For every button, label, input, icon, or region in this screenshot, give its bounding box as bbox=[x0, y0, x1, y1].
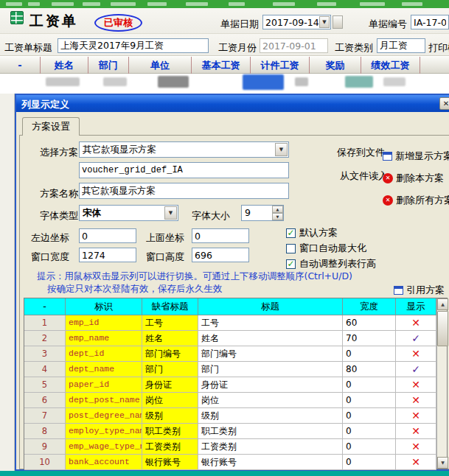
show-cross-icon[interactable]: ✕ bbox=[396, 424, 436, 439]
show-cross-icon[interactable]: ✕ bbox=[396, 315, 436, 331]
column-header[interactable]: 宽度 bbox=[343, 298, 396, 315]
table-cell[interactable]: 0 bbox=[343, 377, 396, 393]
table-cell[interactable]: 0 bbox=[343, 455, 396, 470]
table-row[interactable]: 1emp_id工号工号60✕ bbox=[24, 315, 436, 331]
delete-all-schemes-button[interactable]: ✕ 删除所有方案 bbox=[383, 194, 449, 207]
delete-scheme-button[interactable]: ✕ 删除本方案 bbox=[383, 172, 444, 185]
table-row[interactable]: 10bank_account银行账号银行账号0✕ bbox=[24, 455, 436, 470]
table-cell[interactable]: 岗位 bbox=[142, 393, 198, 408]
table-cell[interactable]: 10 bbox=[24, 455, 66, 470]
grid-header-cell[interactable]: 奖励 bbox=[310, 57, 361, 74]
table-row[interactable]: 5paper_id身份证身份证0✕ bbox=[24, 377, 436, 393]
grid-header-cell[interactable]: 基本工资 bbox=[192, 57, 251, 74]
table-row[interactable]: 9emp_wage_type_nam工资类别工资类别0✕ bbox=[24, 439, 436, 455]
table-cell[interactable]: 0 bbox=[343, 424, 396, 439]
table-cell[interactable]: 工资类别 bbox=[198, 439, 343, 455]
table-row[interactable]: 8employ_type_name职工类别职工类别0✕ bbox=[24, 424, 436, 439]
spinner-down-icon[interactable]: ▼ bbox=[272, 213, 283, 220]
dialog-titlebar[interactable]: 列显示定义 ✕ bbox=[16, 95, 449, 112]
table-cell[interactable]: 身份证 bbox=[142, 377, 198, 393]
table-cell[interactable]: 5 bbox=[24, 377, 66, 393]
window-height-input[interactable] bbox=[192, 248, 249, 262]
left-coord-input[interactable] bbox=[79, 228, 136, 243]
read-from-file-button[interactable]: 从文件读入 bbox=[340, 169, 388, 183]
table-row[interactable]: 4dept_name部门部门80✓ bbox=[24, 362, 436, 377]
table-cell[interactable]: 工号 bbox=[142, 315, 198, 331]
table-cell[interactable]: 6 bbox=[24, 393, 66, 408]
table-cell[interactable]: emp_id bbox=[66, 315, 142, 331]
grid-header-cell[interactable]: 姓名 bbox=[41, 57, 88, 74]
show-cross-icon[interactable]: ✕ bbox=[396, 408, 436, 424]
date-picker-button[interactable] bbox=[333, 15, 343, 29]
table-scrollbar[interactable]: ▲ ▼ bbox=[436, 298, 447, 469]
wage-type-input[interactable] bbox=[377, 38, 425, 53]
top-menu-bar[interactable] bbox=[0, 0, 449, 8]
table-row[interactable]: 2emp_name姓名姓名70✓ bbox=[24, 331, 436, 346]
table-cell[interactable]: 0 bbox=[343, 393, 396, 408]
sheet-title-input[interactable] bbox=[58, 38, 209, 53]
grid-header-cell[interactable]: 部门 bbox=[88, 57, 129, 74]
show-cross-icon[interactable]: ✕ bbox=[396, 455, 436, 470]
table-cell[interactable]: 2 bbox=[24, 331, 66, 346]
table-cell[interactable]: 工资类别 bbox=[142, 439, 198, 455]
top-coord-input[interactable] bbox=[192, 228, 249, 243]
table-cell[interactable]: 7 bbox=[24, 408, 66, 424]
column-header[interactable]: - bbox=[24, 298, 66, 315]
column-header[interactable]: 显示 bbox=[396, 298, 436, 315]
checkbox-auto-maximize[interactable]: 窗口自动最大化 bbox=[286, 242, 366, 255]
table-cell[interactable]: paper_id bbox=[66, 377, 142, 393]
table-cell[interactable]: 60 bbox=[343, 315, 396, 331]
table-cell[interactable]: 银行账号 bbox=[142, 455, 198, 470]
table-cell[interactable]: 职工类别 bbox=[198, 424, 343, 439]
grid-header-cell[interactable]: 计件工资 bbox=[251, 57, 310, 74]
table-row[interactable]: 3dept_id部门编号部门编号0✕ bbox=[24, 346, 436, 362]
show-cross-icon[interactable]: ✕ bbox=[396, 346, 436, 362]
table-cell[interactable]: 身份证 bbox=[198, 377, 343, 393]
scheme-id-input[interactable] bbox=[79, 162, 289, 178]
chevron-down-icon[interactable]: ▼ bbox=[164, 206, 177, 220]
show-cross-icon[interactable]: ✕ bbox=[396, 439, 436, 455]
table-row[interactable]: 7post_degree_name级别级别0✕ bbox=[24, 408, 436, 424]
table-cell[interactable]: 0 bbox=[343, 408, 396, 424]
checkbox-default-scheme[interactable]: ✓ 默认方案 bbox=[286, 226, 338, 239]
scrollbar-thumb[interactable] bbox=[437, 311, 448, 346]
table-cell[interactable]: 姓名 bbox=[142, 331, 198, 346]
table-cell[interactable]: post_degree_name bbox=[66, 408, 142, 424]
font-type-select[interactable]: 宋体 ▼ bbox=[79, 205, 178, 221]
show-cross-icon[interactable]: ✕ bbox=[396, 377, 436, 393]
save-to-file-button[interactable]: 保存到文件 bbox=[337, 146, 385, 159]
column-header[interactable]: 标题 bbox=[198, 298, 343, 315]
table-cell[interactable]: 部门编号 bbox=[198, 346, 343, 362]
table-cell[interactable]: 工号 bbox=[198, 315, 343, 331]
grid-header-cell[interactable]: 绩效工资 bbox=[361, 57, 420, 74]
table-cell[interactable]: 9 bbox=[24, 439, 66, 455]
table-cell[interactable]: employ_type_name bbox=[66, 424, 142, 439]
show-check-icon[interactable]: ✓ bbox=[396, 362, 436, 377]
table-cell[interactable]: 部门 bbox=[142, 362, 198, 377]
close-button[interactable]: ✕ bbox=[439, 97, 449, 110]
table-cell[interactable]: 0 bbox=[343, 346, 396, 362]
table-cell[interactable]: dept_name bbox=[66, 362, 142, 377]
checkbox-auto-row-height[interactable]: ✓ 自动调整列表行高 bbox=[286, 257, 376, 270]
scroll-up-icon[interactable]: ▲ bbox=[437, 298, 448, 310]
window-width-input[interactable] bbox=[79, 248, 136, 262]
grid-header-cell[interactable]: 单位 bbox=[129, 57, 192, 74]
font-size-spinner[interactable]: 9 ▲ ▼ bbox=[241, 205, 284, 221]
chevron-down-icon[interactable]: ▼ bbox=[319, 16, 330, 28]
table-cell[interactable]: 4 bbox=[24, 362, 66, 377]
table-cell[interactable]: dept_post_name bbox=[66, 393, 142, 408]
spinner-up-icon[interactable]: ▲ bbox=[272, 206, 283, 213]
table-row[interactable]: 6dept_post_name岗位岗位0✕ bbox=[24, 393, 436, 408]
table-cell[interactable]: 级别 bbox=[142, 408, 198, 424]
table-cell[interactable]: 0 bbox=[343, 439, 396, 455]
doc-date-field[interactable]: 2017-09-14 ▼ bbox=[262, 15, 331, 29]
table-cell[interactable]: bank_account bbox=[66, 455, 142, 470]
table-cell[interactable]: 部门 bbox=[198, 362, 343, 377]
column-header[interactable]: 标识 bbox=[66, 298, 142, 315]
table-cell[interactable]: 3 bbox=[24, 346, 66, 362]
reference-scheme-button[interactable]: 引用方案 bbox=[394, 284, 445, 297]
chevron-down-icon[interactable]: ▼ bbox=[275, 143, 288, 156]
scroll-down-icon[interactable]: ▼ bbox=[437, 457, 448, 469]
grid-header-cell[interactable]: - bbox=[0, 57, 41, 74]
table-cell[interactable]: 姓名 bbox=[198, 331, 343, 346]
